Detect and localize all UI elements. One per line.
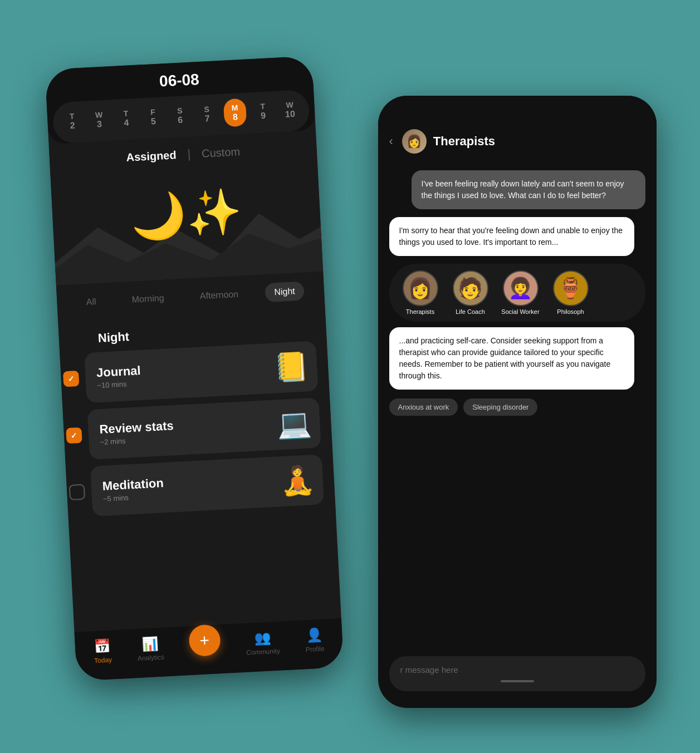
coach-social-worker[interactable]: 👩‍🦱 Social Worker: [498, 270, 543, 315]
moon-icon: 🌙✨: [129, 185, 243, 243]
nav-analytics[interactable]: 📊 Analytics: [136, 635, 164, 662]
dot-indicator: [51, 491, 56, 495]
back-button[interactable]: ‹: [389, 134, 393, 149]
coach-avatar: 👩: [403, 270, 438, 306]
coach-name: Social Worker: [501, 308, 539, 315]
add-button[interactable]: +: [188, 624, 221, 657]
community-icon: 👥: [253, 629, 271, 646]
tasks-area: Night Journal ~10 mins 📒 Review stats ~2…: [58, 308, 336, 530]
filter-afternoon[interactable]: Afternoon: [190, 284, 247, 306]
task-checkbox[interactable]: [66, 427, 82, 443]
day-4[interactable]: T4: [115, 108, 136, 128]
coach-philosoph[interactable]: 🏺 Philosoph: [549, 270, 593, 315]
coach-name: Therapists: [406, 308, 434, 315]
task-checkbox[interactable]: [68, 484, 85, 500]
task-row: Meditation ~5 mins 🧘: [76, 454, 324, 517]
therapist-avatar: 👩: [402, 129, 427, 154]
tag[interactable]: Sleeping disorder: [463, 398, 537, 416]
dot-indicator: [48, 434, 52, 439]
phone-right: ‹ 👩 Therapists I've been feeling really …: [378, 96, 657, 708]
coach-name: Life Coach: [456, 308, 485, 315]
filter-all[interactable]: All: [76, 292, 105, 312]
day-2[interactable]: T2: [61, 111, 82, 131]
day-9[interactable]: T9: [252, 101, 273, 121]
tag[interactable]: Anxious at work: [389, 398, 458, 416]
day-7[interactable]: S7: [196, 104, 217, 124]
filter-morning[interactable]: Morning: [122, 288, 173, 309]
tab-custom[interactable]: Custom: [201, 145, 240, 160]
nav-profile[interactable]: 👤 Profile: [304, 627, 324, 653]
chat-title: Therapists: [433, 134, 495, 149]
nav-today[interactable]: 📅 Today: [93, 638, 112, 665]
message-input[interactable]: r message here: [389, 656, 645, 691]
date-strip: 06-08 T2W3T4F5S6S7M8T9W10: [45, 56, 315, 144]
tab-assigned[interactable]: Assigned: [126, 148, 177, 164]
chat-header: ‹ 👩 Therapists: [378, 96, 657, 165]
day-8[interactable]: M8: [223, 98, 246, 127]
bot-message-2: ...and practicing self-care. Consider se…: [389, 327, 634, 390]
chat-body: I've been feeling really down lately and…: [378, 165, 657, 430]
day-6[interactable]: S6: [169, 105, 190, 125]
input-bar: [501, 680, 534, 682]
day-5[interactable]: F5: [143, 107, 164, 127]
coach-life-coach[interactable]: 🧑 Life Coach: [448, 270, 493, 315]
profile-icon: 👤: [305, 627, 322, 643]
coach-avatar: 🏺: [553, 270, 589, 306]
task-card[interactable]: Review stats ~2 mins 💻: [87, 397, 321, 460]
scene: 06-08 T2W3T4F5S6S7M8T9W10 Assigned | Cus…: [44, 29, 657, 725]
dot-indicator: [45, 377, 50, 382]
coach-avatar: 👩‍🦱: [503, 270, 539, 306]
phone-left: 06-08 T2W3T4F5S6S7M8T9W10 Assigned | Cus…: [45, 56, 344, 681]
nav-community[interactable]: 👥 Community: [245, 629, 280, 656]
day-10[interactable]: W10: [279, 100, 300, 120]
coach-selector: 👩 Therapists 🧑 Life Coach 👩‍🦱 Social Wor…: [389, 264, 645, 322]
task-checkbox[interactable]: [62, 370, 79, 386]
bottom-nav: 📅 Today 📊 Analytics + 👥 Community 👤 Prof…: [74, 618, 344, 681]
analytics-icon: 📊: [141, 636, 158, 652]
tags-row: Anxious at workSleeping disorder: [389, 398, 645, 416]
today-icon: 📅: [94, 638, 111, 654]
coach-therapists[interactable]: 👩 Therapists: [398, 270, 443, 315]
coach-name: Philosoph: [557, 308, 584, 315]
bot-message-1: I'm sorry to hear that you're feeling do…: [389, 217, 634, 256]
filter-night[interactable]: Night: [265, 281, 304, 302]
task-card[interactable]: Meditation ~5 mins 🧘: [90, 454, 324, 516]
user-message: I've been feeling really down lately and…: [412, 170, 645, 209]
coach-avatar: 🧑: [453, 270, 488, 306]
night-scene: 🌙✨: [50, 160, 323, 285]
day-3[interactable]: W3: [89, 110, 110, 130]
task-row: Review stats ~2 mins 💻: [74, 397, 321, 460]
